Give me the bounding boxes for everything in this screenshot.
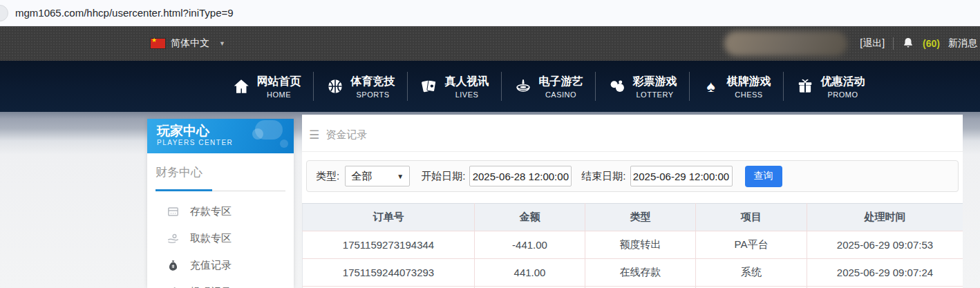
nav-label-cn: 彩票游戏 (633, 75, 677, 89)
chevron-down-icon: ▼ (219, 40, 225, 47)
top-account-bar: ★ 简体中文 ▼ [退出] (60) 新消息 (0, 26, 980, 61)
nav-label-en: CASINO (545, 90, 576, 99)
sidebar-subtitle: PLAYERS CENTER (157, 139, 294, 146)
nav-label-cn: 网站首页 (257, 75, 301, 89)
type-label: 类型: (316, 170, 339, 183)
gamepad-decoration (280, 140, 288, 148)
bell-icon[interactable] (902, 37, 914, 50)
cell-type: 在线存款 (585, 259, 696, 287)
money-bag-icon (167, 259, 180, 272)
start-date-input[interactable] (469, 166, 572, 186)
site-favicon (0, 5, 8, 21)
sidebar-item-withdrawal-records[interactable]: 提现记录 (167, 279, 294, 288)
section-underline (156, 189, 285, 191)
start-date-label: 开始日期: (421, 170, 465, 183)
cell-type: 额度转出 (585, 231, 696, 259)
menu-lines-icon: ☰ (309, 128, 319, 142)
cell-item: PA平台 (696, 231, 807, 259)
deposit-card-icon (167, 205, 180, 218)
nav-item-lives[interactable]: 真人视讯 LIVES (408, 61, 501, 112)
divider (893, 37, 894, 50)
nav-item-home[interactable]: 网站首页 HOME (220, 61, 313, 112)
cell-amount: 441.00 (475, 259, 585, 287)
nav-item-lottery[interactable]: 彩票游戏 LOTTERY (596, 61, 689, 112)
gamepad-decoration (252, 128, 263, 140)
col-item: 项目 (696, 204, 807, 231)
col-amount: 金额 (475, 204, 585, 231)
url-text[interactable]: mgm1065.com/hhcp/usercenter.html?iniType… (15, 0, 234, 26)
chevron-down-icon: ▼ (397, 173, 404, 180)
col-type: 类型 (585, 204, 696, 231)
nav-label-cn: 体育竞技 (351, 75, 395, 89)
filter-bar: 类型: 全部 ▼ 开始日期: 结束日期: 查询 (306, 160, 959, 192)
cell-item: 系统 (696, 259, 807, 287)
query-button[interactable]: 查询 (745, 166, 782, 187)
language-selector[interactable]: ★ 简体中文 ▼ (151, 26, 225, 61)
nav-label-en: PROMO (827, 90, 858, 99)
cell-amount: -441.00 (475, 231, 585, 259)
fund-records-panel: ☰ 资金记录 类型: 全部 ▼ 开始日期: 结束日期: 查询 订单号 金额 类型… (302, 115, 963, 288)
nav-label-en: CHESS (735, 90, 762, 99)
table-row: 1751159273194344 -441.00 额度转出 PA平台 2025-… (303, 231, 963, 259)
fund-records-table: 订单号 金额 类型 项目 处理时间 1751159273194344 -441.… (302, 203, 963, 288)
nav-item-chess[interactable]: ♠ 棋牌游戏 CHESS (690, 61, 783, 112)
nav-item-promo[interactable]: 优惠活动 PROMO (784, 61, 877, 112)
sidebar-item-recharge-records[interactable]: 充值记录 (167, 252, 294, 279)
col-order-id: 订单号 (303, 204, 475, 231)
nav-label-en: LOTTERY (636, 90, 673, 99)
nav-item-sports[interactable]: 体育竞技 SPORTS (314, 61, 407, 112)
nav-label-cn: 棋牌游戏 (727, 75, 771, 89)
username-blurred (724, 31, 847, 56)
nav-label-cn: 真人视讯 (445, 75, 489, 89)
section-title-finance: 财务中心 (156, 164, 285, 180)
nav-label-cn: 电子游艺 (539, 75, 583, 89)
basketball-icon (326, 77, 344, 95)
menu-label: 取款专区 (190, 232, 232, 245)
cell-order-id: 1751159244073293 (303, 259, 475, 287)
nav-label-en: HOME (267, 90, 291, 99)
players-center-sidebar: 玩家中心 PLAYERS CENTER 财务中心 存款专区 取款专区 充值记录 (147, 119, 294, 288)
hand-coin-icon (167, 232, 180, 245)
nav-label-en: LIVES (455, 90, 479, 99)
logout-link[interactable]: [退出] (860, 37, 885, 50)
end-date-input[interactable] (630, 166, 733, 186)
table-header-row: 订单号 金额 类型 项目 处理时间 (303, 204, 963, 231)
col-processed-time: 处理时间 (807, 204, 963, 231)
menu-label: 充值记录 (190, 259, 232, 272)
table-row: 1751159244073293 441.00 在线存款 系统 2025-06-… (303, 259, 963, 287)
nav-label-cn: 优惠活动 (821, 75, 865, 89)
lottery-balls-icon (608, 77, 626, 95)
end-date-label: 结束日期: (581, 170, 625, 183)
gift-icon (796, 77, 814, 95)
cell-order-id: 1751159273194344 (303, 231, 475, 259)
language-label: 简体中文 (171, 37, 209, 50)
cell-processed-time: 2025-06-29 09:07:53 (807, 231, 963, 259)
roulette-icon (514, 77, 532, 95)
panel-title-row: ☰ 资金记录 (302, 115, 963, 152)
spade-icon: ♠ (702, 77, 720, 95)
sidebar-header: 玩家中心 PLAYERS CENTER (147, 119, 294, 153)
message-count[interactable]: (60) (923, 38, 940, 49)
nav-label-en: SPORTS (356, 90, 389, 99)
nav-item-casino[interactable]: 电子游艺 CASINO (502, 61, 595, 112)
home-icon (232, 77, 250, 95)
main-navbar: 网站首页 HOME 体育竞技 SPORTS 真人视讯 LIVES (0, 61, 980, 112)
menu-label: 存款专区 (190, 205, 232, 218)
browser-address-bar[interactable]: mgm1065.com/hhcp/usercenter.html?iniType… (0, 0, 980, 26)
sidebar-item-deposit[interactable]: 存款专区 (167, 198, 294, 225)
china-flag-icon: ★ (151, 39, 165, 48)
new-messages-link[interactable]: 新消息 (948, 37, 977, 50)
type-select[interactable]: 全部 ▼ (345, 166, 410, 186)
playing-cards-icon (420, 77, 438, 95)
sidebar-item-withdraw[interactable]: 取款专区 (167, 225, 294, 252)
page-title: 资金记录 (326, 128, 367, 142)
type-select-value: 全部 (351, 170, 372, 183)
cell-processed-time: 2025-06-29 09:07:24 (807, 259, 963, 287)
